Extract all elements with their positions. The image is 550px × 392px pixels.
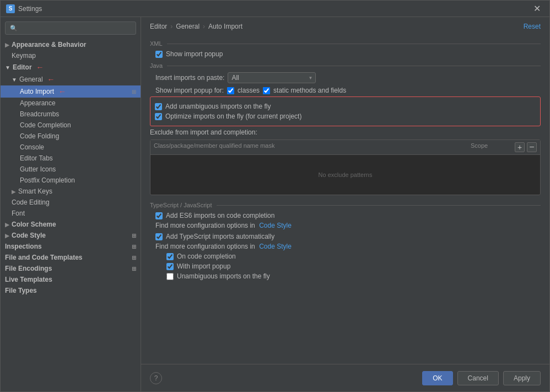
sidebar-item-editor[interactable]: ▼ Editor ← <box>1 61 141 73</box>
add-typescript-checkbox[interactable] <box>155 233 163 240</box>
sidebar-item-label: Appearance & Behavior <box>12 41 86 49</box>
main-panel: Editor › General › Auto Import Reset XML… <box>141 17 549 391</box>
sidebar-item-keymap[interactable]: Keymap <box>1 50 141 61</box>
main-content-area: 🔍 ▶ Appearance & Behavior Keymap ▼ Edito… <box>1 17 549 391</box>
table-col1-header: Class/package/member qualified name mask <box>154 142 471 152</box>
sidebar-item-label: File and Code Templates <box>5 254 82 261</box>
search-icon: 🔍 <box>10 25 18 32</box>
sidebar-item-label: File Encodings <box>5 265 52 272</box>
sidebar-item-file-encodings[interactable]: File Encodings ⊞ <box>1 263 141 274</box>
with-import-popup-label: With import popup <box>177 262 230 270</box>
red-arrow-icon: ← <box>58 87 66 96</box>
sidebar-item-appearance[interactable]: Appearance <box>1 98 141 109</box>
insert-imports-row: Insert imports on paste: All Ask None <box>150 72 541 83</box>
unambiguous-fly-row: Unambiguous imports on the fly <box>150 272 541 280</box>
apply-button[interactable]: Apply <box>503 371 541 385</box>
typescript-section-header: TypeScript / JavaScript <box>150 202 541 208</box>
sidebar-item-console[interactable]: Console <box>1 142 141 153</box>
red-arrow-icon: ← <box>36 63 44 72</box>
fly-imports-box: Add unambiguous imports on the fly Optim… <box>150 96 541 126</box>
unambiguous-fly-checkbox[interactable] <box>166 273 174 280</box>
app-icon: S <box>6 4 15 13</box>
optimize-imports-row: Optimize imports on the fly (for current… <box>155 112 536 120</box>
static-checkbox[interactable] <box>263 87 270 94</box>
sidebar-item-font[interactable]: Font <box>1 208 141 219</box>
code-style-link-es6[interactable]: Code Style <box>259 222 292 229</box>
sidebar-item-general[interactable]: ▼ General ← <box>1 73 141 85</box>
sidebar-item-label: Code Editing <box>12 198 50 206</box>
sidebar-item-appearance-behavior[interactable]: ▶ Appearance & Behavior <box>1 39 141 50</box>
with-import-popup-row: With import popup <box>150 262 541 270</box>
badge-icon: ⊞ <box>132 266 136 272</box>
classes-label: classes <box>238 87 260 94</box>
exclude-label: Exclude from import and completion: <box>150 128 541 136</box>
sidebar-item-label: Editor Tabs <box>20 154 53 162</box>
sidebar-item-code-folding[interactable]: Code Folding <box>1 131 141 142</box>
sidebar-item-file-code-templates[interactable]: File and Code Templates ⊞ <box>1 252 141 263</box>
ok-button[interactable]: OK <box>422 371 452 385</box>
sidebar-item-code-editing[interactable]: Code Editing <box>1 197 141 208</box>
insert-imports-select[interactable]: All Ask None <box>228 72 316 83</box>
settings-content: XML Show import popup Java Insert import… <box>141 36 549 364</box>
sidebar-item-editor-tabs[interactable]: Editor Tabs <box>1 153 141 164</box>
sidebar-item-file-types[interactable]: File Types <box>1 285 141 296</box>
cancel-button[interactable]: Cancel <box>457 371 499 385</box>
sidebar-item-label: File Types <box>5 287 37 294</box>
sidebar-item-label: Keymap <box>12 52 36 60</box>
add-typescript-label: Add TypeScript imports automatically <box>166 233 274 240</box>
search-box[interactable]: 🔍 <box>5 22 136 35</box>
sidebar-item-color-scheme[interactable]: ▶ Color Scheme <box>1 219 141 230</box>
sidebar-item-label: Auto Import <box>20 88 54 95</box>
with-import-popup-checkbox[interactable] <box>166 263 174 270</box>
sidebar-item-breadcrumbs[interactable]: Breadcrumbs <box>1 109 141 120</box>
add-unambiguous-row: Add unambiguous imports on the fly <box>155 103 536 110</box>
java-section-header: Java <box>150 62 541 69</box>
insert-imports-select-wrapper[interactable]: All Ask None <box>228 72 316 83</box>
sidebar-item-label: Editor <box>13 63 32 71</box>
sidebar-item-label: Code Style <box>12 232 46 239</box>
sidebar-item-postfix-completion[interactable]: Postfix Completion <box>1 175 141 186</box>
find-more-ts-row: Find more configuration options in Code … <box>150 243 541 250</box>
breadcrumb-part-auto-import: Auto Import <box>208 23 242 30</box>
table-col2-header: Scope <box>471 142 515 152</box>
code-style-link-ts[interactable]: Code Style <box>259 243 292 250</box>
help-button[interactable]: ? <box>150 372 162 384</box>
sidebar-item-inspections[interactable]: Inspections ⊞ <box>1 241 141 252</box>
on-code-completion-checkbox[interactable] <box>166 253 174 260</box>
sidebar-item-code-completion[interactable]: Code Completion <box>1 120 141 131</box>
add-pattern-button[interactable]: + <box>515 142 525 152</box>
badge-icon: ⊞ <box>132 233 136 239</box>
show-import-popup-checkbox[interactable] <box>155 51 163 58</box>
optimize-imports-checkbox[interactable] <box>155 113 162 120</box>
on-code-completion-row: On code completion <box>150 253 541 260</box>
add-es6-checkbox[interactable] <box>155 212 163 219</box>
sidebar-item-gutter-icons[interactable]: Gutter Icons <box>1 164 141 175</box>
sidebar-item-label: Code Completion <box>20 121 71 129</box>
show-import-popup-label: Show import popup <box>166 50 223 58</box>
show-import-popup-row: Show import popup <box>150 50 541 58</box>
insert-imports-label: Insert imports on paste: <box>155 74 224 82</box>
remove-pattern-button[interactable]: − <box>527 142 537 152</box>
sidebar-item-label: Console <box>20 143 44 151</box>
table-header-row: Class/package/member qualified name mask… <box>150 140 540 155</box>
table-empty-message: No exclude patterns <box>150 155 540 195</box>
reset-button[interactable]: Reset <box>524 23 541 30</box>
find-more-es6-row: Find more configuration options in Code … <box>150 222 541 229</box>
classes-checkbox[interactable] <box>227 87 234 94</box>
sidebar-item-auto-import[interactable]: Auto Import ← ⊞ <box>1 85 141 98</box>
add-unambiguous-label: Add unambiguous imports on the fly <box>165 103 271 110</box>
sidebar-item-smart-keys[interactable]: ▶ Smart Keys <box>1 186 141 197</box>
sidebar-item-label: Gutter Icons <box>20 165 56 173</box>
add-unambiguous-checkbox[interactable] <box>155 103 162 110</box>
sidebar-item-label: Color Scheme <box>12 221 56 228</box>
close-button[interactable]: ✕ <box>530 2 544 15</box>
arrow-icon: ▶ <box>5 233 9 239</box>
search-input[interactable] <box>21 24 131 32</box>
sidebar-item-label: Font <box>12 210 25 217</box>
breadcrumb-part-general: General <box>176 23 199 30</box>
exclude-table: Class/package/member qualified name mask… <box>150 139 541 195</box>
sidebar-item-code-style[interactable]: ▶ Code Style ⊞ <box>1 230 141 241</box>
badge-icon: ⊞ <box>132 89 136 95</box>
xml-section-header: XML <box>150 40 541 47</box>
sidebar-item-live-templates[interactable]: Live Templates <box>1 274 141 285</box>
